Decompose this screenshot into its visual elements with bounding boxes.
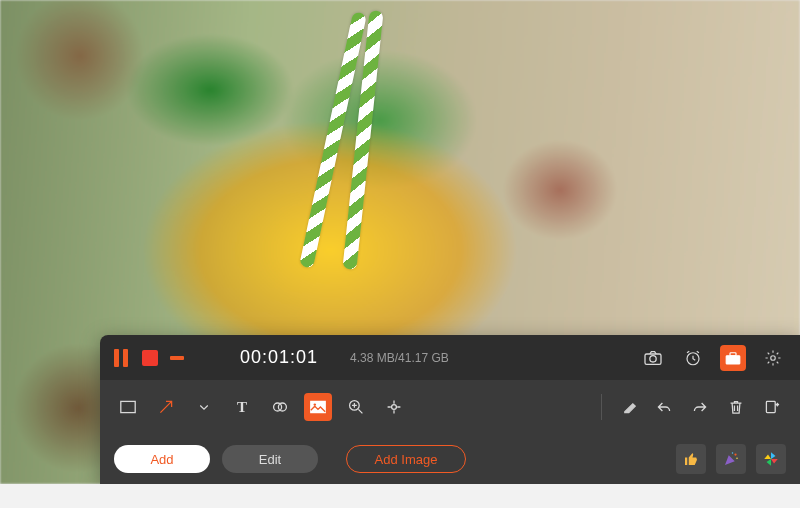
counter-icon — [272, 399, 288, 415]
pinwheel-icon — [762, 450, 780, 468]
screenshot-button[interactable] — [640, 345, 666, 371]
svg-rect-3 — [726, 355, 740, 363]
svg-point-15 — [732, 452, 734, 454]
svg-point-12 — [392, 405, 397, 410]
counter-tool[interactable] — [266, 393, 294, 421]
spotlight-tool[interactable] — [380, 393, 408, 421]
pause-button[interactable] — [114, 349, 130, 367]
zoom-tool[interactable] — [342, 393, 370, 421]
page-footer-strip — [0, 484, 800, 508]
stop-button[interactable] — [142, 350, 158, 366]
export-icon — [764, 399, 780, 415]
tab-edit[interactable]: Edit — [222, 445, 318, 473]
undo-button[interactable] — [650, 393, 678, 421]
recording-timer: 00:01:01 — [240, 347, 318, 368]
dropdown-toggle[interactable] — [190, 393, 218, 421]
crosshair-icon — [386, 399, 402, 415]
toolbox-icon — [724, 350, 742, 366]
svg-rect-13 — [766, 401, 775, 412]
sticker-party[interactable] — [716, 444, 746, 474]
text-tool[interactable]: T — [228, 393, 256, 421]
recorder-top-bar: 00:01:01 4.38 MB/41.17 GB — [100, 335, 800, 380]
party-popper-icon — [722, 450, 740, 468]
svg-rect-4 — [730, 352, 736, 355]
sticker-pinwheel[interactable] — [756, 444, 786, 474]
svg-point-16 — [736, 458, 738, 460]
redo-button[interactable] — [686, 393, 714, 421]
redo-icon — [692, 400, 708, 414]
arrow-icon — [158, 399, 174, 415]
svg-point-1 — [650, 355, 656, 361]
chevron-down-icon — [198, 401, 210, 413]
storage-status: 4.38 MB/41.17 GB — [350, 351, 449, 365]
tabs-bar: Add Edit Add Image — [100, 434, 800, 484]
magnifier-plus-icon — [348, 399, 364, 415]
arrow-tool[interactable] — [152, 393, 180, 421]
svg-point-8 — [278, 403, 286, 411]
svg-rect-6 — [121, 401, 135, 412]
toolbox-button[interactable] — [720, 345, 746, 371]
delete-button[interactable] — [722, 393, 750, 421]
divider — [601, 394, 602, 420]
thumbs-up-icon — [682, 450, 700, 468]
tab-add[interactable]: Add — [114, 445, 210, 473]
image-icon — [310, 400, 326, 414]
trash-icon — [729, 399, 743, 415]
gear-icon — [764, 349, 782, 367]
alarm-clock-icon — [684, 349, 702, 367]
eraser-tool[interactable] — [614, 393, 642, 421]
undo-icon — [656, 400, 672, 414]
eraser-icon — [620, 400, 636, 414]
svg-point-14 — [734, 453, 736, 455]
settings-button[interactable] — [760, 345, 786, 371]
svg-point-5 — [771, 355, 776, 360]
minimize-button[interactable] — [170, 356, 184, 360]
export-button[interactable] — [758, 393, 786, 421]
svg-point-10 — [314, 403, 316, 405]
text-icon: T — [237, 400, 247, 415]
image-tool[interactable] — [304, 393, 332, 421]
annotation-toolbar: T — [100, 380, 800, 434]
sticker-thumbs-up[interactable] — [676, 444, 706, 474]
rectangle-icon — [120, 400, 136, 414]
rectangle-tool[interactable] — [114, 393, 142, 421]
add-image-button[interactable]: Add Image — [346, 445, 466, 473]
recorder-panel: 00:01:01 4.38 MB/41.17 GB — [100, 335, 800, 484]
camera-icon — [643, 350, 663, 366]
svg-rect-9 — [311, 401, 325, 412]
schedule-button[interactable] — [680, 345, 706, 371]
